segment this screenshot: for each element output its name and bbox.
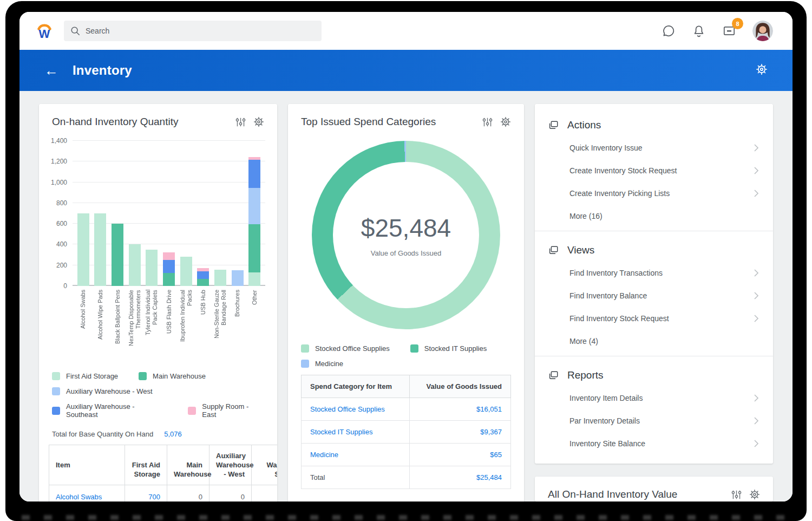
chart-bar[interactable] [146, 250, 158, 286]
chart-bar[interactable] [94, 213, 106, 286]
category-link[interactable]: Stocked IT Supplies [310, 428, 372, 436]
y-axis-tick: 600 [56, 220, 67, 227]
x-label-slot: Non-Sterile Gauze Bandage Roll [212, 290, 229, 366]
page-header: ← Inventory [19, 50, 793, 91]
page-title: Inventory [73, 63, 132, 78]
x-axis-label: Alcohol Swabs [80, 290, 87, 366]
legend-swatch [410, 344, 418, 353]
chart-bar[interactable] [248, 157, 260, 286]
y-axis-tick: 1,400 [51, 137, 67, 145]
legend-item: Auxiliary Warehouse - West [52, 387, 153, 395]
notifications-button[interactable] [692, 24, 706, 38]
actions-menu: Quick Inventory IssueCreate Inventory St… [548, 136, 760, 227]
actions-views-reports-card: Actions Quick Inventory IssueCreate Inve… [535, 104, 773, 464]
workday-logo[interactable]: W [35, 22, 54, 40]
card-title: On-hand Inventory Quantity [52, 116, 235, 128]
legend-item: Auxiliary Warehouse - Southeast [52, 402, 167, 419]
chevron-right-icon [754, 291, 759, 300]
chat-button[interactable] [662, 24, 676, 38]
legend-label: Supply Room - East [202, 402, 264, 419]
chart-bar[interactable] [214, 270, 226, 286]
x-axis-label: NexTemp Disposable Thermometers [128, 290, 142, 366]
avatar-image [752, 21, 773, 41]
donut-legend: Stocked Office SuppliesStocked IT Suppli… [288, 329, 524, 368]
card-header: All On-Hand Inventory Value [535, 477, 773, 502]
section-header: Actions [548, 114, 760, 136]
menu-item[interactable]: Quick Inventory Issue [548, 136, 760, 159]
menu-item[interactable]: Find Inventory Stock Request [548, 307, 760, 330]
chart-bar[interactable] [197, 268, 209, 286]
avatar[interactable] [752, 21, 773, 41]
card-header-icons [482, 116, 511, 127]
gear-icon[interactable] [749, 489, 760, 500]
category-link[interactable]: Medicine [310, 451, 338, 459]
menu-item[interactable]: Find Inventory Balance [548, 284, 760, 307]
gear-icon[interactable] [500, 116, 511, 127]
legend-label: First Aid Storage [66, 372, 118, 380]
menu-item[interactable]: More (16) [548, 205, 760, 227]
dashboard-content: On-hand Inventory Quantity 0200400600800… [19, 91, 793, 502]
menu-item[interactable]: Inventory Item Details [548, 387, 760, 409]
value-link[interactable]: $25,484 [476, 473, 502, 481]
x-label-slot: USB Flash Drive [160, 290, 178, 366]
menu-item[interactable]: Find Inventory Transactions [548, 262, 760, 284]
spend-table: Spend Category for ItemValue of Goods Is… [301, 375, 511, 489]
value-link[interactable]: $65 [490, 451, 502, 459]
item-link[interactable]: Alcohol Swabs [56, 493, 102, 501]
menu-item-label: Par Inventory Details [569, 416, 754, 425]
menu-item-label: Inventory Site Balance [569, 439, 754, 448]
category-link[interactable]: Stocked Office Supplies [310, 405, 385, 413]
bar-slot [75, 141, 92, 286]
x-axis-label: Ibuprofen Individual Packs [179, 290, 193, 366]
filter-settings-icon[interactable] [235, 117, 246, 127]
bar-segment [214, 270, 226, 286]
legend-swatch [52, 407, 60, 415]
x-label-slot: USB Hub [194, 290, 212, 366]
value-link[interactable]: $9,367 [480, 428, 502, 436]
section-title: Actions [567, 119, 601, 131]
filter-settings-icon[interactable] [482, 117, 493, 127]
inbox-button[interactable]: 8 [722, 24, 736, 38]
section-header: Reports [548, 364, 760, 387]
x-axis-label: Other [251, 290, 258, 366]
menu-item-label: More (16) [569, 212, 759, 220]
menu-item[interactable]: More (4) [548, 330, 760, 353]
reports-menu: Inventory Item DetailsPar Inventory Deta… [548, 387, 760, 455]
table-cell: 0 [209, 485, 252, 502]
chart-bar[interactable] [112, 224, 123, 286]
back-button[interactable]: ← [44, 63, 58, 77]
menu-item[interactable]: Create Inventory Stock Request [548, 159, 760, 182]
donut-chart-wrap: $25,484 Value of Goods Issued [288, 132, 524, 329]
value-link[interactable]: $16,051 [476, 405, 502, 413]
donut-ring[interactable]: $25,484 Value of Goods Issued [312, 141, 500, 329]
value-link[interactable]: 700 [148, 493, 160, 501]
bar-segment [197, 271, 209, 278]
table-header-cell: First Aid Storage [125, 445, 167, 485]
menu-item[interactable]: Create Inventory Picking Lists [548, 182, 760, 205]
chart-bar[interactable] [129, 244, 141, 286]
page-settings-button[interactable] [756, 63, 768, 77]
chevron-right-icon [754, 166, 759, 175]
chart-bar[interactable] [232, 270, 244, 286]
bar-segment [197, 279, 209, 286]
x-label-slot: Ibuprofen Individual Packs [178, 290, 195, 366]
table-header-cell: Main Warehouse [167, 445, 209, 485]
donut-center-label: Value of Goods Issued [371, 249, 442, 257]
bar-segment [146, 250, 158, 286]
bar-slot [160, 141, 178, 286]
gear-icon[interactable] [253, 116, 264, 127]
menu-item-label: Quick Inventory Issue [569, 144, 754, 152]
menu-item-label: Create Inventory Picking Lists [569, 189, 754, 198]
bar-segment [129, 244, 141, 286]
chart-bar[interactable] [163, 252, 175, 286]
bar-segment [232, 270, 244, 286]
stacked-cards-icon [548, 245, 559, 256]
total-value-link[interactable]: 5,076 [164, 430, 182, 438]
chart-bar[interactable] [180, 257, 192, 286]
search-input[interactable]: Search [64, 21, 322, 41]
menu-item[interactable]: Inventory Site Balance [548, 432, 760, 455]
menu-item[interactable]: Par Inventory Details [548, 409, 760, 432]
table-header-cell: Spend Category for Item [302, 375, 410, 398]
filter-settings-icon[interactable] [731, 490, 742, 500]
chart-bar[interactable] [77, 213, 89, 286]
